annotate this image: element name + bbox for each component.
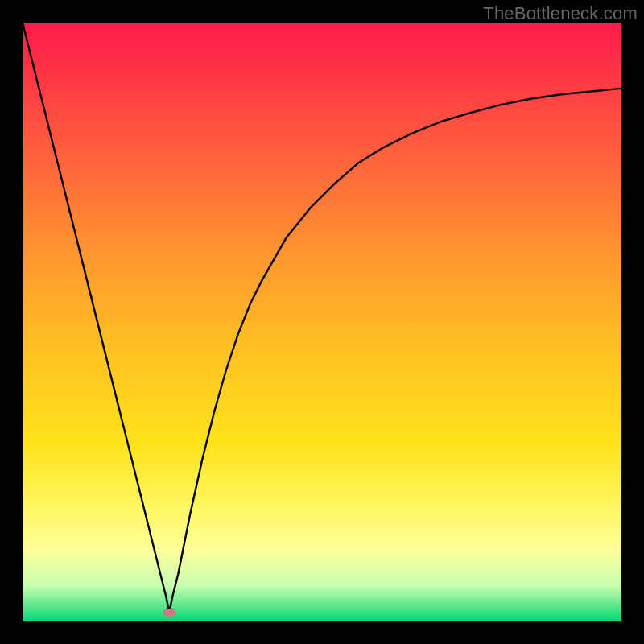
bottleneck-chart: [23, 23, 621, 621]
minimum-marker: [163, 609, 175, 617]
watermark-text: TheBottleneck.com: [483, 3, 638, 24]
gradient-background: [23, 23, 621, 621]
plot-frame: [23, 23, 621, 621]
